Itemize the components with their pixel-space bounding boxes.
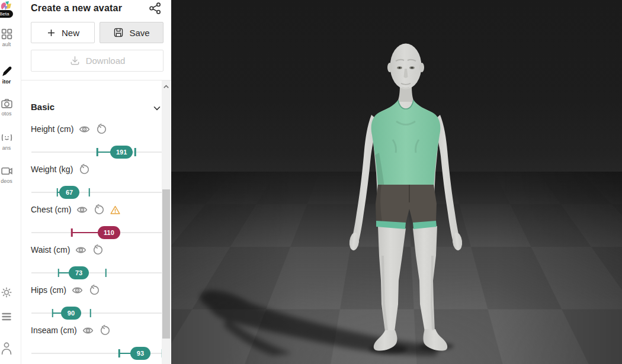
reset-icon[interactable] <box>92 244 103 256</box>
visibility-toggle-icon[interactable] <box>76 204 88 215</box>
slider-value-pill[interactable]: 93 <box>130 347 150 360</box>
slider-track-waist[interactable]: 73 <box>31 268 163 278</box>
download-button[interactable]: Download <box>31 50 163 72</box>
panel-scrollbar[interactable] <box>162 80 171 364</box>
slider-label: Weight (kg) <box>31 165 73 174</box>
sun-icon <box>1 286 12 298</box>
header-divider <box>21 80 171 80</box>
range-max-tick <box>134 148 136 156</box>
avatar-head <box>390 44 422 89</box>
slider-track-height[interactable]: 191 <box>31 147 163 157</box>
slider-header-height: Height (cm) <box>31 123 107 135</box>
avatar-model[interactable] <box>171 0 622 364</box>
reset-icon[interactable] <box>78 164 89 175</box>
reset-icon[interactable] <box>93 204 104 215</box>
share-button[interactable] <box>149 2 162 15</box>
avatar-shorts <box>376 185 437 223</box>
slider-label: Height (cm) <box>31 124 73 134</box>
slider-label: Hips (cm) <box>31 285 66 295</box>
3d-viewport[interactable] <box>171 0 622 364</box>
sidebar-item-label: ault <box>2 41 11 47</box>
slider-value-pill[interactable]: 110 <box>98 226 120 239</box>
sidebar-item-label: otos <box>1 111 11 117</box>
reset-icon[interactable] <box>88 285 100 296</box>
visibility-toggle-icon[interactable] <box>82 325 94 336</box>
visibility-toggle-icon[interactable] <box>79 124 90 135</box>
eye-icon-glyph <box>82 325 94 336</box>
eye-icon-glyph <box>75 244 86 256</box>
range-max-tick <box>105 269 107 277</box>
sidebar: Beta ault itor otos <box>0 0 21 364</box>
eye-icon-glyph <box>76 204 88 215</box>
slider-label: Inseam (cm) <box>31 326 77 335</box>
save-button[interactable]: Save <box>100 22 163 43</box>
slider-header-waist: Waist (cm) <box>31 244 103 256</box>
download-button-label: Download <box>86 56 126 66</box>
range-max-tick <box>89 188 91 197</box>
sidebar-item-scans[interactable]: ans <box>0 131 21 151</box>
slider-track-chest[interactable]: 110 <box>31 228 163 237</box>
avatar-right-leg <box>413 226 437 331</box>
slider-header-weight: Weight (kg) <box>31 163 89 175</box>
slider-label: Waist (cm) <box>31 245 70 255</box>
collapse-section-button[interactable] <box>152 103 162 114</box>
scrollbar-up-arrow[interactable] <box>162 82 171 91</box>
plus-icon <box>46 28 56 38</box>
sidebar-item-vault[interactable]: ault <box>0 28 21 47</box>
slider-track-weight[interactable]: 67 <box>31 188 163 197</box>
visibility-toggle-icon[interactable] <box>75 244 86 256</box>
warning-icon <box>110 204 121 215</box>
warning-icon-glyph <box>110 204 121 216</box>
new-button-label: New <box>62 28 79 38</box>
reset-icon-glyph <box>95 124 107 135</box>
page-title: Create a new avatar <box>31 3 122 14</box>
slider-rail <box>31 272 163 273</box>
brightness-toggle[interactable] <box>0 286 21 298</box>
slider-value-pill[interactable]: 191 <box>110 146 133 159</box>
slider-value-pill[interactable]: 67 <box>59 186 79 199</box>
reset-icon-glyph <box>92 244 103 256</box>
slider-header-inseam: Inseam (cm) <box>31 324 110 336</box>
chevron-down-icon <box>152 103 162 114</box>
save-button-label: Save <box>129 28 149 38</box>
slider-header-chest: Chest (cm) <box>31 204 121 215</box>
slider-rail <box>31 313 163 314</box>
save-icon <box>113 27 124 38</box>
list-icon <box>1 310 12 322</box>
avatar-creator-app: Beta ault itor otos <box>0 0 622 364</box>
face-scan-icon <box>1 131 13 144</box>
slider-track-hips[interactable]: 90 <box>31 308 163 318</box>
beta-badge: Beta <box>0 10 13 18</box>
sidebar-item-videos[interactable]: deos <box>0 165 21 184</box>
sidebar-item-editor[interactable]: itor <box>0 65 21 85</box>
camera-icon <box>1 97 13 109</box>
slider-value-pill[interactable]: 90 <box>61 307 81 320</box>
pencil-icon <box>1 65 13 78</box>
slider-track-inseam[interactable]: 93 <box>31 349 163 358</box>
slider-header-hips: Hips (cm) <box>31 284 100 296</box>
grid-icon <box>1 28 13 40</box>
scrollbar-thumb[interactable] <box>162 189 170 339</box>
new-button[interactable]: New <box>31 22 95 43</box>
reset-icon[interactable] <box>95 124 107 135</box>
slider-label: Chest (cm) <box>31 205 71 214</box>
reset-icon[interactable] <box>99 325 110 336</box>
avatar-shadow <box>200 291 454 356</box>
account-button[interactable] <box>0 341 21 355</box>
section-title-basic: Basic <box>31 102 54 112</box>
reset-icon-glyph <box>99 325 110 336</box>
menu-list-button[interactable] <box>0 310 21 322</box>
sidebar-item-photos[interactable]: otos <box>0 97 21 117</box>
reset-icon-glyph <box>93 204 104 215</box>
sidebar-item-label: ans <box>2 145 11 151</box>
video-camera-icon <box>1 165 13 177</box>
chevron-up-icon <box>162 82 171 91</box>
slider-value-pill[interactable]: 73 <box>69 266 89 279</box>
reset-icon-glyph <box>88 285 100 296</box>
reset-icon-glyph <box>78 164 89 175</box>
visibility-toggle-icon[interactable] <box>72 285 83 296</box>
range-max-tick <box>90 309 92 317</box>
share-icon <box>149 2 162 15</box>
eye-icon-glyph <box>72 285 83 296</box>
slider-rail <box>31 192 163 193</box>
